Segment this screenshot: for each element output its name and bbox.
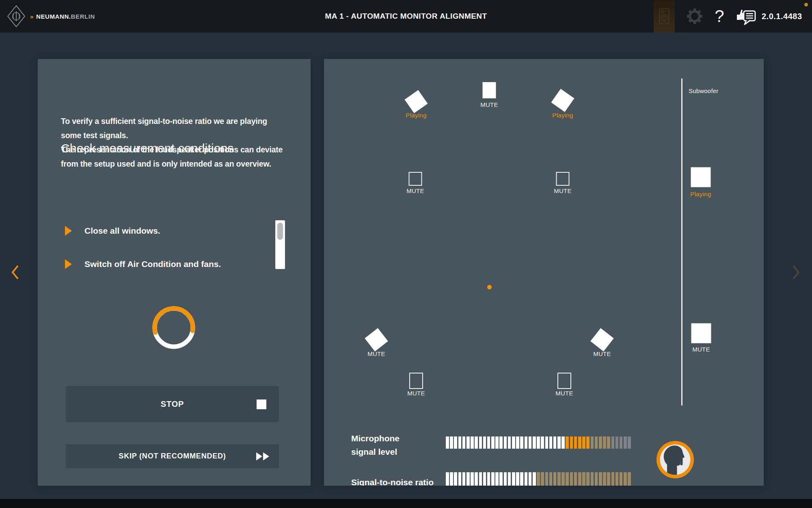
meter-segment-tan	[537, 472, 540, 486]
meter-segment-white	[516, 436, 519, 449]
meter-segment-gray	[615, 436, 619, 449]
stop-button-label: STOP	[161, 399, 184, 409]
meter-segment-white	[458, 472, 462, 486]
meter-segment-white	[508, 472, 511, 486]
meter-segment-white	[487, 436, 490, 449]
meter-segment-gray	[611, 436, 615, 449]
meter-segment-white	[512, 436, 515, 449]
microphone-level-label: Microphone signal level	[351, 432, 400, 458]
meter-segment-white	[512, 472, 515, 486]
speaker-map-panel: Playing MUTE Playing MUTE MUTE MUTE MUTE	[324, 59, 764, 486]
speaker-icon	[409, 172, 422, 186]
meter-segment-orange	[574, 436, 577, 449]
meter-segment-tan	[595, 472, 598, 486]
meter-segment-tan	[591, 436, 594, 449]
meter-segment-white	[508, 436, 511, 449]
feedback-icon[interactable]	[735, 7, 757, 26]
meter-segment-white	[471, 436, 474, 449]
meter-segment-tan	[545, 472, 549, 486]
speaker-icon	[659, 8, 669, 24]
meter-segment-tan	[603, 436, 606, 449]
checklist-item: Close all windows.	[65, 225, 160, 237]
speaker-state-label: Playing	[552, 112, 573, 119]
meter-segment-white	[491, 436, 495, 449]
meter-segment-white	[520, 472, 523, 486]
meter-segment-white	[479, 472, 482, 486]
meter-segment-tan	[607, 436, 610, 449]
meter-segment-white	[525, 472, 528, 486]
meter-segment-orange	[582, 436, 585, 449]
meter-segment-orange	[566, 436, 569, 449]
speaker-state-label: MUTE	[555, 390, 573, 397]
meter-segment-white	[529, 436, 532, 449]
meter-segment-white	[495, 472, 499, 486]
panel-description: To verify a sufficient signal-to-noise r…	[61, 114, 289, 171]
speaker-state-label: MUTE	[367, 350, 385, 357]
meter-segment-white	[557, 436, 561, 449]
meter-segment-white	[475, 472, 478, 486]
help-question-icon[interactable]: ?	[711, 0, 728, 33]
chevron-right-icon[interactable]	[791, 264, 801, 280]
speaker-icon	[483, 82, 496, 98]
stop-square-icon	[257, 399, 266, 409]
meter-segment-tan	[615, 472, 619, 486]
meter-segment-white	[483, 472, 486, 486]
meter-segment-tan	[599, 472, 602, 486]
meter-segment-tan	[582, 472, 585, 486]
speaker-state-label: MUTE	[692, 346, 710, 353]
speaker-state-label: Playing	[690, 191, 711, 198]
speaker-state-label: MUTE	[554, 187, 572, 194]
meter-segment-white	[458, 436, 462, 449]
meter-segment-white	[462, 472, 466, 486]
checklist-item: Switch off Air Condition and fans.	[65, 258, 221, 270]
speaker-icon	[590, 328, 614, 352]
meter-segment-white	[466, 436, 470, 449]
meter-segment-tan	[611, 472, 615, 486]
meter-segment-white	[520, 436, 523, 449]
version-label: 2.0.1.4483	[762, 0, 802, 33]
monitor-button[interactable]	[654, 0, 675, 33]
meter-segment-white	[466, 472, 470, 486]
speaker-icon	[556, 172, 570, 186]
meter-segment-white	[479, 436, 482, 449]
top-bar: »NEUMANN.BERLIN MA 1 - AUTOMATIC MONITOR…	[0, 0, 812, 33]
chevron-left-icon[interactable]	[11, 264, 20, 280]
meter-segment-white	[495, 436, 499, 449]
meter-segment-white	[462, 436, 466, 449]
scrollbar-thumb[interactable]	[277, 223, 283, 240]
speaker-state-label: MUTE	[407, 390, 425, 397]
speaker-icon	[557, 373, 571, 389]
meter-segment-white	[454, 436, 457, 449]
speaker-state-label: MUTE	[480, 101, 498, 108]
meter-segment-white	[491, 472, 495, 486]
skip-button[interactable]: SKIP (NOT RECOMMENDED)	[66, 444, 279, 468]
bullet-arrow-icon	[65, 259, 72, 269]
app-window: »NEUMANN.BERLIN MA 1 - AUTOMATIC MONITOR…	[0, 0, 812, 508]
speaker-state-label: MUTE	[593, 350, 611, 357]
meter-segment-white	[537, 436, 540, 449]
meter-segment-white	[450, 436, 453, 449]
skip-button-label: SKIP (NOT RECOMMENDED)	[119, 452, 226, 460]
settings-gear-icon[interactable]	[687, 8, 703, 24]
checklist-item-text: Switch off Air Condition and fans.	[84, 259, 221, 269]
speaker-icon	[365, 328, 388, 352]
meter-segment-white	[487, 472, 490, 486]
meter-segment-white	[450, 472, 453, 486]
meter-segment-tan	[624, 472, 627, 486]
meter-segment-tan	[574, 472, 577, 486]
meter-segment-white	[446, 472, 449, 486]
meter-segment-white	[545, 436, 549, 449]
meter-segment-tan	[553, 472, 557, 486]
meter-segment-white	[549, 436, 553, 449]
speaker-icon	[404, 90, 428, 113]
microphone-level-meter	[446, 436, 632, 449]
checklist-scrollbar[interactable]	[275, 220, 285, 269]
speaker-state-label: MUTE	[406, 187, 424, 194]
meter-segment-white	[533, 436, 536, 449]
meter-segment-white	[504, 436, 507, 449]
meter-segment-tan	[591, 472, 594, 486]
progress-spinner	[149, 303, 198, 352]
stop-button[interactable]: STOP	[66, 386, 279, 422]
meter-segment-white	[561, 436, 565, 449]
meter-segment-tan	[599, 436, 602, 449]
